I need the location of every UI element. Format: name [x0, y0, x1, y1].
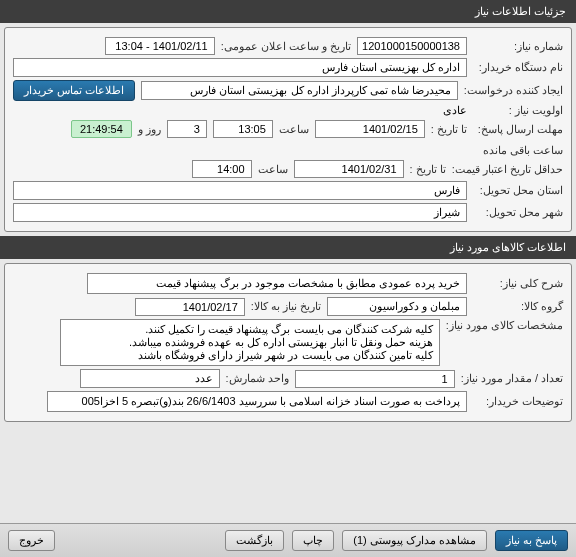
contact-buyer-button[interactable]: اطلاعات تماس خریدار	[13, 80, 135, 101]
value-reply-time: 13:05	[213, 120, 273, 138]
value-buyer: اداره کل بهزیستی استان فارس	[13, 58, 467, 77]
label-min-price-valid: حداقل تاریخ اعتبار قیمت:	[452, 163, 563, 176]
respond-button[interactable]: پاسخ به نیاز	[495, 530, 568, 551]
print-button[interactable]: چاپ	[292, 530, 334, 551]
section-header-goods-info: اطلاعات کالاهای مورد نیاز	[0, 236, 576, 259]
value-buyer-notes: پرداخت به صورت اسناد خزانه اسلامی با سرر…	[47, 391, 467, 412]
back-button[interactable]: بازگشت	[225, 530, 284, 551]
label-hours-remain: ساعت باقی مانده	[483, 144, 563, 157]
label-to-date2: تا تاریخ :	[410, 163, 446, 176]
attachments-label: مشاهده مدارک پیوستی	[370, 534, 476, 546]
label-time2: ساعت	[258, 163, 288, 176]
value-days-remain: 3	[167, 120, 207, 138]
label-priority: اولویت نیاز :	[473, 104, 563, 117]
label-announce: تاریخ و ساعت اعلان عمومی:	[221, 40, 351, 53]
label-city: شهر محل تحویل:	[473, 206, 563, 219]
need-info-panel: شماره نیاز: 1201000150000138 تاریخ و ساع…	[4, 27, 572, 232]
bottom-toolbar: پاسخ به نیاز مشاهده مدارک پیوستی (1) چاپ…	[0, 523, 576, 557]
label-province: استان محل تحویل:	[473, 184, 563, 197]
label-unit: واحد شمارش:	[226, 372, 289, 385]
label-buyer: نام دستگاه خریدار:	[473, 61, 563, 74]
value-province: فارس	[13, 181, 467, 200]
value-price-valid-date: 1401/02/31	[294, 160, 404, 178]
value-announce: 1401/02/11 - 13:04	[105, 37, 215, 55]
label-requester: ایجاد کننده درخواست:	[464, 84, 563, 97]
value-time-remain: 21:49:54	[71, 120, 132, 138]
value-requester: محیدرضا شاه تمی کارپرداز اداره کل بهزیست…	[141, 81, 458, 100]
value-need-by: 1401/02/17	[135, 298, 245, 316]
value-goods-spec: کلیه شرکت کنندگان می بایست برگ پیشنهاد ق…	[60, 319, 440, 366]
label-reply-deadline: مهلت ارسال پاسخ:	[473, 123, 563, 136]
value-need-no: 1201000150000138	[357, 37, 467, 55]
label-time1: ساعت	[279, 123, 309, 136]
value-reply-date: 1401/02/15	[315, 120, 425, 138]
label-to-date: تا تاریخ :	[431, 123, 467, 136]
label-need-by: تاریخ نیاز به کالا:	[251, 300, 321, 313]
label-days-and: روز و	[138, 123, 161, 136]
label-goods-group: گروه کالا:	[473, 300, 563, 313]
label-buyer-notes: توضیحات خریدار:	[473, 395, 563, 408]
value-price-valid-time: 14:00	[192, 160, 252, 178]
label-goods-spec: مشخصات کالای مورد نیاز:	[446, 319, 563, 332]
label-qty: تعداد / مقدار مورد نیاز:	[461, 372, 563, 385]
value-priority: عادی	[443, 104, 467, 117]
attachments-button[interactable]: مشاهده مدارک پیوستی (1)	[342, 530, 487, 551]
exit-button[interactable]: خروج	[8, 530, 55, 551]
label-need-no: شماره نیاز:	[473, 40, 563, 53]
label-need-desc: شرح کلی نیاز:	[473, 277, 563, 290]
value-qty: 1	[295, 370, 455, 388]
value-unit: عدد	[80, 369, 220, 388]
goods-info-panel: شرح کلی نیاز: خرید پرده عمودی مطابق با م…	[4, 263, 572, 422]
value-goods-group: مبلمان و دکوراسیون	[327, 297, 467, 316]
attachments-count: (1)	[353, 534, 366, 546]
value-need-desc: خرید پرده عمودی مطابق با مشخصات موجود در…	[87, 273, 467, 294]
section-header-need-info: جزئیات اطلاعات نیاز	[0, 0, 576, 23]
value-city: شیراز	[13, 203, 467, 222]
